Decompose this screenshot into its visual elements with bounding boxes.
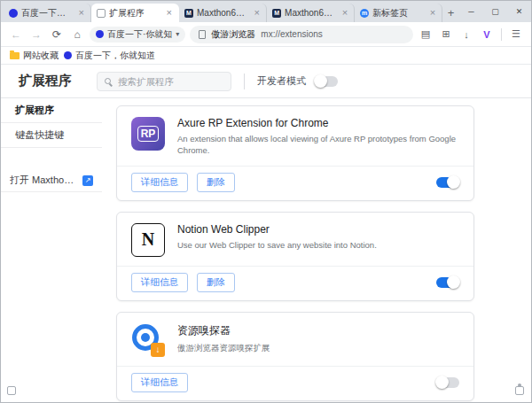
tab-close-icon[interactable]: × xyxy=(341,8,348,18)
details-button[interactable]: 详细信息 xyxy=(131,173,188,192)
extension-name: 资源嗅探器 xyxy=(177,323,270,338)
sidebar-item-extensions[interactable]: 扩展程序 xyxy=(1,98,102,123)
external-link-icon: ↗ xyxy=(82,175,93,186)
sidebar-item-keyboard-shortcuts[interactable]: 键盘快捷键 xyxy=(1,123,102,148)
refresh-icon[interactable]: ⟳ xyxy=(49,28,65,41)
page-info-icon[interactable] xyxy=(199,30,206,39)
extension-description: An extension that allows local viewing o… xyxy=(177,133,459,157)
bookmarks-bar: 网站收藏 百度一下，你就知道 xyxy=(1,47,531,65)
search-input[interactable] xyxy=(116,75,223,88)
card-footer: 详细信息 删除 xyxy=(117,266,473,300)
main-menu-icon[interactable]: ☰ xyxy=(508,28,524,40)
toggle-knob xyxy=(435,376,449,389)
card-text: Axure RP Extension for Chrome An extensi… xyxy=(177,117,459,157)
tab-close-icon[interactable]: × xyxy=(166,8,173,18)
card-main: ↓ 资源嗅探器 傲游浏览器资源嗅探扩展 xyxy=(117,313,473,366)
remove-button[interactable]: 删除 xyxy=(197,273,235,292)
extension-favicon xyxy=(97,9,106,18)
folder-icon xyxy=(10,52,20,59)
status-bar-left xyxy=(7,383,16,399)
navigation-toolbar: ← → ⟳ ⌂ 百度一下·你就知 ▾ 傲游浏览器 mx://extensions… xyxy=(1,22,531,47)
extension-enabled-toggle[interactable] xyxy=(436,277,459,288)
tab-title: Maxthon6插件中心 xyxy=(285,7,338,19)
baidu-favicon xyxy=(64,51,72,59)
extension-description: Use our Web Clipper to save any website … xyxy=(177,239,377,251)
new-tab-button[interactable]: + xyxy=(442,4,459,22)
site-name: 傲游浏览器 xyxy=(211,28,255,41)
maximize-button[interactable]: ▢ xyxy=(483,1,507,22)
address-bar[interactable]: 傲游浏览器 mx://extensions xyxy=(190,26,413,43)
newtab-favicon xyxy=(360,9,369,18)
sidebar-open-maxthon-store-link[interactable]: 打开 Maxthon 网... ↗ xyxy=(1,169,102,192)
page-title: 扩展程序 xyxy=(19,73,97,89)
page-header: 扩展程序 开发者模式 xyxy=(1,65,531,98)
bookmark-folder[interactable]: 网站收藏 xyxy=(10,50,59,62)
extensions-page: 扩展程序 开发者模式 扩展程序 键盘快捷键 打开 Maxthon 网... xyxy=(1,65,531,403)
page-body: 扩展程序 键盘快捷键 打开 Maxthon 网... ↗ RP xyxy=(1,98,531,403)
search-icon xyxy=(105,78,111,84)
sniffer-core xyxy=(141,333,150,342)
notion-icon-text: N xyxy=(142,229,154,250)
url-text: mx://extensions xyxy=(261,29,322,39)
maxthon-favicon xyxy=(272,9,281,18)
tab-title: 新标签页 xyxy=(372,7,426,19)
baidu-favicon xyxy=(9,9,18,18)
card-main: N Notion Web Clipper Use our Web Clipper… xyxy=(117,213,473,266)
collector-icon[interactable]: ⊞ xyxy=(438,28,454,40)
card-text: Notion Web Clipper Use our Web Clipper t… xyxy=(177,223,377,257)
extension-search-box[interactable] xyxy=(97,72,231,91)
card-footer: 详细信息 xyxy=(117,366,473,400)
tab-close-icon[interactable]: × xyxy=(78,8,85,18)
axure-icon-text: RP xyxy=(137,126,160,142)
tab-plugin-center-2[interactable]: Maxthon6插件中心 × xyxy=(267,4,355,22)
search-engine-selector[interactable]: 百度一下·你就知 ▾ xyxy=(90,27,185,43)
sidebar-footer-label: 打开 Maxthon 网... xyxy=(10,174,78,187)
reader-mode-icon[interactable]: ▤ xyxy=(418,28,434,40)
details-button[interactable]: 详细信息 xyxy=(131,373,188,392)
resource-sniffer-icon: ↓ xyxy=(131,323,165,357)
tab-plugin-center-1[interactable]: Maxthon6插件中心 × xyxy=(179,4,267,22)
window-controls: ─ ▢ ✕ xyxy=(459,1,531,22)
tab-baidu[interactable]: 百度一下，你就知道 × xyxy=(4,4,91,22)
toggle-knob xyxy=(447,175,460,189)
engine-label: 百度一下·你就知 xyxy=(107,28,172,41)
back-icon[interactable]: ← xyxy=(8,28,24,41)
bookmark-baidu[interactable]: 百度一下，你就知道 xyxy=(64,50,155,62)
maxthon-favicon xyxy=(184,9,193,18)
toolbar-divider xyxy=(501,28,502,41)
extension-card-resource-sniffer: ↓ 资源嗅探器 傲游浏览器资源嗅探扩展 详细信息 xyxy=(116,312,474,401)
toggle-knob xyxy=(447,275,460,289)
forward-icon[interactable]: → xyxy=(28,28,44,41)
skin-panel-icon[interactable] xyxy=(7,386,16,395)
sidebar: 扩展程序 键盘快捷键 打开 Maxthon 网... ↗ xyxy=(1,98,102,403)
tab-close-icon[interactable]: × xyxy=(429,8,436,18)
chevron-down-icon: ▾ xyxy=(176,30,179,38)
card-footer: 详细信息 删除 xyxy=(117,166,473,200)
minimize-button[interactable]: ─ xyxy=(459,1,483,22)
developer-mode-label: 开发者模式 xyxy=(257,74,306,88)
home-icon[interactable]: ⌂ xyxy=(69,28,85,41)
sidebar-item-label: 键盘快捷键 xyxy=(15,128,64,142)
sidebar-item-label: 扩展程序 xyxy=(15,104,54,117)
tab-close-icon[interactable]: × xyxy=(254,8,261,18)
extension-list: RP Axure RP Extension for Chrome An exte… xyxy=(102,98,531,403)
plugins-icon[interactable] xyxy=(515,386,524,395)
tab-extensions[interactable]: 扩展程序 × xyxy=(91,4,179,22)
header-divider xyxy=(244,74,245,89)
status-bar-right xyxy=(515,383,524,399)
card-main: RP Axure RP Extension for Chrome An exte… xyxy=(117,106,473,166)
extension-enabled-toggle[interactable] xyxy=(436,177,459,188)
tab-new-tab-page[interactable]: 新标签页 × xyxy=(355,4,442,22)
tab-title: Maxthon6插件中心 xyxy=(197,7,250,19)
close-button[interactable]: ✕ xyxy=(507,1,531,22)
extension-enabled-toggle[interactable] xyxy=(436,377,459,388)
remove-button[interactable]: 删除 xyxy=(197,173,235,192)
bookmark-label: 网站收藏 xyxy=(23,50,59,62)
details-button[interactable]: 详细信息 xyxy=(131,273,188,292)
violet-vbox-icon[interactable]: V xyxy=(479,29,495,40)
card-text: 资源嗅探器 傲游浏览器资源嗅探扩展 xyxy=(177,323,270,357)
toggle-knob xyxy=(314,74,327,88)
extension-name: Axure RP Extension for Chrome xyxy=(177,117,459,129)
download-icon[interactable]: ↓ xyxy=(458,29,474,40)
developer-mode-toggle[interactable] xyxy=(315,76,338,87)
